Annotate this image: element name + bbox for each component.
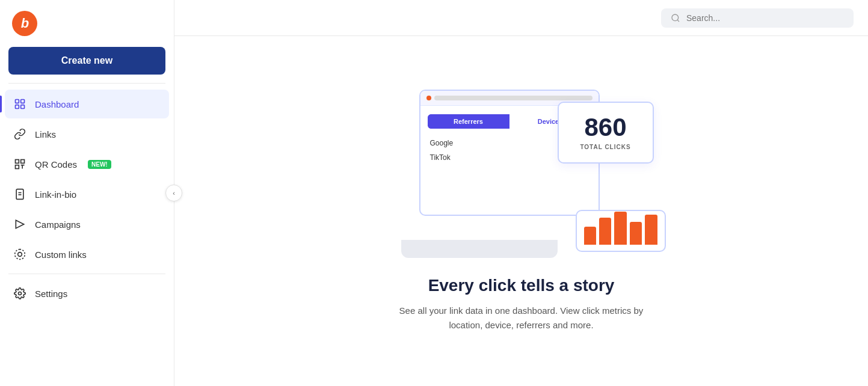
bar-5 [645, 215, 657, 245]
svg-rect-2 [16, 105, 19, 109]
referrer-label: TikTok [430, 153, 451, 162]
bar-1 [584, 227, 596, 245]
new-badge: NEW! [88, 160, 111, 169]
svg-rect-5 [21, 160, 25, 164]
sidebar-item-label: Dashboard [35, 99, 79, 109]
sidebar-item-qr-codes[interactable]: QR Codes NEW! [5, 150, 169, 179]
campaigns-icon [13, 218, 26, 231]
svg-point-12 [672, 14, 679, 21]
sidebar-item-campaigns[interactable]: Campaigns [5, 210, 169, 239]
hero-title: Every click tells a story [428, 276, 615, 295]
svg-point-11 [19, 292, 22, 295]
logo-area: b [0, 0, 174, 47]
sidebar-item-links[interactable]: Links [5, 120, 169, 149]
svg-rect-0 [16, 100, 19, 103]
settings-icon [13, 287, 26, 300]
nav-divider [8, 83, 165, 84]
app-logo: b [12, 11, 37, 36]
sidebar-item-label: Campaigns [35, 219, 81, 230]
header [174, 0, 868, 36]
bar-2 [599, 218, 611, 245]
svg-rect-4 [16, 160, 19, 164]
referrer-label: Google [430, 139, 454, 147]
sidebar-nav: Dashboard Links QR Codes [0, 90, 174, 269]
sidebar-item-label: Link-in-bio [35, 189, 76, 200]
browser-url-bar [434, 96, 593, 100]
bar-3 [614, 212, 626, 245]
links-icon [13, 127, 26, 141]
search-icon [671, 13, 680, 23]
referrers-tab[interactable]: Referrers [428, 114, 509, 129]
bar-chart-card [576, 210, 666, 252]
search-input[interactable] [686, 13, 844, 23]
dashboard-icon [13, 97, 26, 111]
custom-links-icon [13, 248, 26, 261]
link-in-bio-icon [13, 188, 26, 201]
device-base [401, 240, 558, 258]
bottom-divider [8, 274, 165, 274]
total-clicks-label: TOTAL CLICKS [568, 144, 643, 150]
svg-rect-3 [21, 105, 25, 109]
total-clicks-number: 860 [568, 115, 643, 140]
sidebar-item-label: QR Codes [35, 159, 77, 170]
sidebar-item-link-in-bio[interactable]: Link-in-bio [5, 180, 169, 209]
hero-subtitle: See all your link data in one dashboard.… [383, 304, 660, 332]
svg-line-13 [677, 20, 679, 22]
sidebar: b Create new Dashboard [0, 0, 174, 386]
browser-dot [426, 96, 431, 100]
main-area: ✦ Referrers Devices Google 600 [174, 0, 868, 386]
sidebar-item-dashboard[interactable]: Dashboard [5, 90, 169, 118]
sidebar-item-label: Links [35, 129, 56, 139]
total-clicks-card: 860 TOTAL CLICKS [558, 102, 654, 164]
bar-4 [630, 222, 642, 245]
sidebar-item-custom-links[interactable]: Custom links [5, 240, 169, 269]
svg-point-10 [18, 253, 22, 257]
svg-rect-6 [16, 165, 19, 169]
sidebar-collapse-button[interactable]: ‹ [165, 185, 182, 201]
main-content: ✦ Referrers Devices Google 600 [174, 36, 868, 386]
search-bar[interactable] [661, 8, 854, 28]
sidebar-item-label: Custom links [35, 250, 87, 260]
svg-rect-1 [21, 100, 25, 103]
create-new-button[interactable]: Create new [8, 47, 165, 75]
sidebar-item-label: Settings [35, 289, 67, 299]
sidebar-item-settings[interactable]: Settings [5, 279, 169, 308]
hero-illustration: ✦ Referrers Devices Google 600 [371, 90, 672, 258]
qr-codes-icon [13, 158, 26, 171]
